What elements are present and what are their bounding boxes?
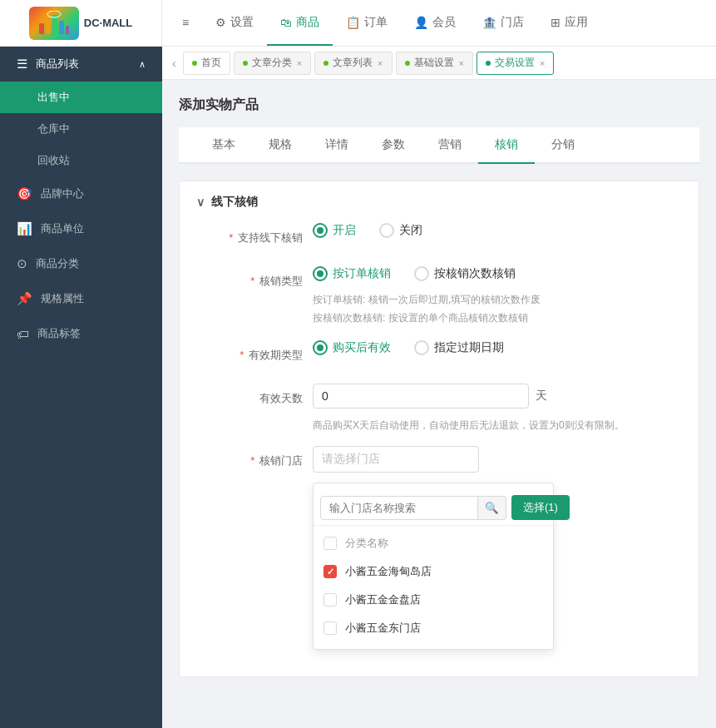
chevron-up-icon: ∧ bbox=[139, 59, 146, 70]
nav-settings-label: 设置 bbox=[230, 15, 254, 30]
tab-verification[interactable]: 核销 bbox=[478, 127, 535, 164]
validity-days-row: 有效天数 天 商品购买X天后自动使用，自动使用后无法退款，设置为0则没有限制。 bbox=[196, 384, 682, 433]
nav-orders-label: 订单 bbox=[364, 15, 388, 30]
svg-rect-3 bbox=[59, 21, 64, 34]
radio-expire-date[interactable]: 指定过期日期 bbox=[414, 340, 504, 355]
brand-icon: 🎯 bbox=[17, 186, 32, 201]
breadcrumb-basic-settings[interactable]: 基础设置 × bbox=[396, 52, 473, 75]
section-title: 线下核销 bbox=[211, 195, 258, 210]
close-basic-settings-icon[interactable]: × bbox=[459, 58, 464, 68]
warehouse-label: 仓库中 bbox=[37, 121, 70, 136]
sidebar-category-spec[interactable]: 📌 规格属性 bbox=[0, 281, 162, 316]
logo bbox=[29, 7, 79, 40]
dropdown-item-store2[interactable]: 小酱五金金盘店 bbox=[314, 586, 553, 614]
store-placeholder: 请选择门店 bbox=[322, 452, 380, 465]
radio-on[interactable]: 开启 bbox=[313, 223, 356, 238]
radio-per-count[interactable]: 按核销次数核销 bbox=[414, 266, 516, 281]
dropdown-item-store1[interactable]: 小酱五金海甸岛店 bbox=[314, 557, 553, 586]
verification-type-row: * 核销类型 按订单核销 按核销次数核销 bbox=[196, 266, 682, 327]
verification-type-desc: 按订单核销: 核销一次后即过期,填写的核销次数作废 按核销次数核销: 按设置的单… bbox=[313, 291, 682, 327]
sidebar-category-brand[interactable]: 🎯 品牌中心 bbox=[0, 176, 162, 211]
required-mark: * bbox=[229, 231, 233, 244]
radio-after-purchase[interactable]: 购买后有效 bbox=[313, 340, 391, 355]
breadcrumb-basic-settings-label: 基础设置 bbox=[414, 56, 454, 70]
svg-rect-1 bbox=[46, 19, 51, 34]
nav-tabs: ≡ ⚙ 设置 🛍 商品 📋 订单 👤 会员 🏦 门店 bbox=[162, 0, 716, 46]
radio-per-order[interactable]: 按订单核销 bbox=[313, 266, 391, 281]
logo-area: DC·MALL bbox=[0, 0, 162, 46]
sidebar-item-warehouse[interactable]: 仓库中 bbox=[0, 113, 162, 145]
breadcrumb-article-category-label: 文章分类 bbox=[252, 56, 292, 70]
close-article-list-icon[interactable]: × bbox=[378, 58, 383, 68]
settings-icon: ⚙ bbox=[215, 16, 226, 29]
nav-settings[interactable]: ⚙ 设置 bbox=[202, 0, 267, 46]
section-collapse-icon[interactable]: ∨ bbox=[196, 196, 205, 209]
tab-basic[interactable]: 基本 bbox=[195, 127, 252, 164]
tab-marketing[interactable]: 营销 bbox=[422, 127, 478, 164]
tab-distribution[interactable]: 分销 bbox=[535, 127, 591, 164]
recycle-label: 回收站 bbox=[37, 153, 70, 168]
radio-after-purchase-label: 购买后有效 bbox=[333, 340, 391, 355]
days-input-wrap: 天 bbox=[313, 384, 547, 409]
tab-params[interactable]: 参数 bbox=[365, 127, 422, 164]
close-trade-settings-icon[interactable]: × bbox=[540, 58, 545, 68]
validity-type-row: * 有效期类型 购买后有效 指定过期日期 bbox=[196, 340, 682, 370]
offline-verification-section: ∨ 线下核销 * 支持线下核销 开启 bbox=[179, 181, 699, 677]
basic-settings-dot bbox=[405, 61, 410, 66]
product-list-icon: ☰ bbox=[17, 57, 27, 72]
verification-type-value: 按订单核销 按核销次数核销 按订单核销: 核销一次后即过期,填写的核销次数作废 … bbox=[313, 266, 682, 327]
desc-line2: 按核销次数核销: 按设置的单个商品核销次数核销 bbox=[313, 310, 682, 328]
svg-rect-4 bbox=[66, 26, 69, 34]
dropdown-item-store3[interactable]: 小酱五金东门店 bbox=[314, 614, 553, 642]
app-layout: DC·MALL ≡ ⚙ 设置 🛍 商品 📋 订单 👤 会员 bbox=[0, 0, 716, 728]
svg-rect-0 bbox=[39, 23, 44, 34]
verification-store-label: * 核销门店 bbox=[196, 446, 313, 476]
close-article-category-icon[interactable]: × bbox=[297, 58, 302, 68]
home-dot bbox=[192, 61, 197, 66]
breadcrumb-article-list[interactable]: 文章列表 × bbox=[314, 52, 392, 75]
main-area: ☰ 商品列表 ∧ 出售中 仓库中 回收站 🎯 bbox=[0, 47, 716, 728]
article-list-dot bbox=[323, 61, 328, 66]
breadcrumb-trade-settings[interactable]: 交易设置 × bbox=[477, 52, 554, 75]
verification-store-row: * 核销门店 请选择门店 🔍 bbox=[196, 446, 682, 650]
breadcrumb-home[interactable]: 首页 bbox=[183, 52, 230, 75]
nav-menu[interactable]: ≡ bbox=[169, 0, 202, 46]
sidebar-item-recycle[interactable]: 回收站 bbox=[0, 145, 162, 176]
radio-per-order-label: 按订单核销 bbox=[333, 266, 391, 281]
radio-per-order-circle bbox=[313, 266, 328, 281]
sidebar-item-on-sale[interactable]: 出售中 bbox=[0, 82, 162, 113]
radio-expire-date-circle bbox=[414, 340, 429, 355]
sidebar-category-tag[interactable]: 🏷 商品标签 bbox=[0, 316, 162, 351]
verification-type-label: * 核销类型 bbox=[196, 266, 313, 296]
radio-per-count-label: 按核销次数核销 bbox=[434, 266, 516, 281]
sidebar-category-product-list[interactable]: ☰ 商品列表 ∧ bbox=[0, 47, 162, 82]
store-search-button[interactable]: 🔍 bbox=[478, 496, 506, 520]
store-search-input[interactable] bbox=[320, 496, 478, 520]
tab-spec[interactable]: 规格 bbox=[252, 127, 309, 164]
form-tabs: 基本 规格 详情 参数 营销 核销 分销 bbox=[179, 127, 699, 164]
nav-products[interactable]: 🛍 商品 bbox=[267, 0, 333, 46]
radio-per-count-circle bbox=[414, 266, 429, 281]
trade-settings-dot bbox=[486, 61, 491, 66]
radio-off[interactable]: 关闭 bbox=[379, 223, 422, 238]
dropdown-item-header[interactable]: 分类名称 bbox=[314, 529, 553, 557]
breadcrumb-trade-settings-label: 交易设置 bbox=[495, 56, 535, 70]
store-select-input[interactable]: 请选择门店 bbox=[313, 446, 479, 473]
store-dropdown: 🔍 选择(1) 分类名称 小酱五金海甸岛店 bbox=[313, 483, 554, 650]
validity-days-input[interactable] bbox=[313, 384, 529, 409]
nav-orders[interactable]: 📋 订单 bbox=[333, 0, 401, 46]
nav-apps[interactable]: ⊞ 应用 bbox=[537, 0, 601, 46]
store-select-button[interactable]: 选择(1) bbox=[511, 495, 570, 520]
radio-expire-date-label: 指定过期日期 bbox=[434, 340, 504, 355]
nav-stores[interactable]: 🏦 门店 bbox=[469, 0, 537, 46]
sidebar-category-unit[interactable]: 📊 商品单位 bbox=[0, 211, 162, 246]
sidebar-category-category[interactable]: ⊙ 商品分类 bbox=[0, 246, 162, 281]
tab-detail[interactable]: 详情 bbox=[309, 127, 365, 164]
section-header: ∨ 线下核销 bbox=[196, 195, 682, 210]
category-icon: ⊙ bbox=[17, 256, 27, 271]
breadcrumb-back-icon[interactable]: ‹ bbox=[169, 53, 180, 73]
brand-label: 品牌中心 bbox=[41, 186, 84, 201]
breadcrumb-article-category[interactable]: 文章分类 × bbox=[234, 52, 311, 75]
nav-members[interactable]: 👤 会员 bbox=[401, 0, 469, 46]
checkbox-store1 bbox=[323, 565, 337, 578]
